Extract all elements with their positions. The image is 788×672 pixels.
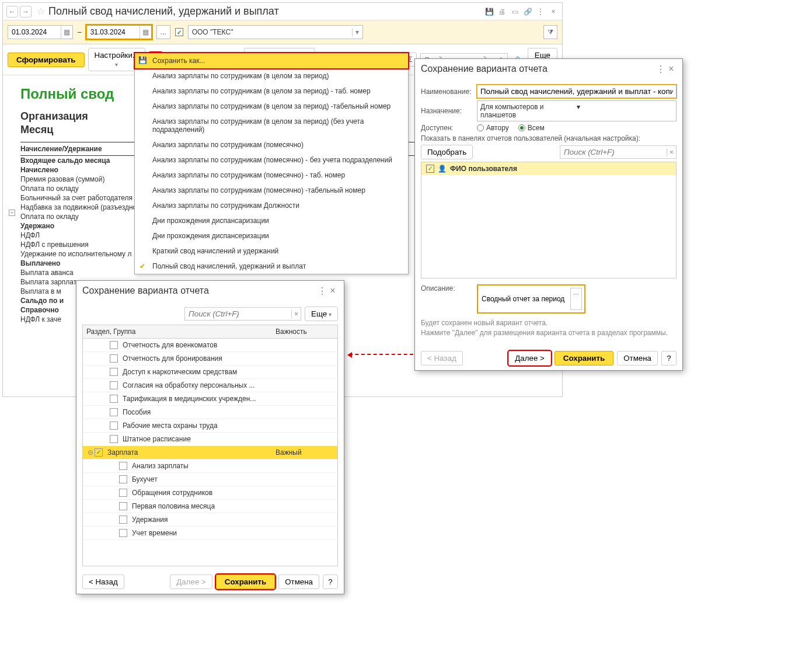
generate-button[interactable]: Сформировать — [8, 53, 85, 67]
save-variant-dialog: Сохранение варианта отчета ⋮ × Наименова… — [414, 58, 683, 371]
help-button[interactable]: ? — [661, 351, 677, 365]
section-row[interactable]: Отчетность для военкоматов — [83, 339, 337, 352]
next-button[interactable]: Далее > — [508, 351, 551, 365]
desc-more-button[interactable]: ... — [570, 288, 582, 310]
close-icon[interactable]: × — [548, 6, 559, 17]
kebab-icon[interactable]: ⋮ — [655, 64, 666, 74]
menu-item-label: Сохранить как... — [152, 57, 205, 65]
link-icon[interactable]: 🔗 — [522, 6, 533, 17]
back-button[interactable]: < Назад — [421, 351, 463, 365]
section-row[interactable]: Тарификация в медицинских учрежден... — [83, 392, 337, 399]
radio-all[interactable]: Всем — [518, 124, 545, 132]
annotation-arrow — [349, 354, 413, 355]
dest-select[interactable]: Для компьютеров и планшетов ▾ — [477, 100, 677, 121]
desc-input-wrapper: ... — [477, 284, 585, 314]
date-to-field[interactable] — [87, 27, 140, 37]
section-checkbox[interactable] — [110, 354, 118, 363]
user-icon: 👤 — [438, 165, 447, 173]
user-search-input[interactable]: × — [560, 145, 677, 159]
pick-button[interactable]: Подобрать — [421, 145, 473, 159]
menu-item-variant[interactable]: Анализ зарплаты по сотрудникам (в целом … — [135, 83, 408, 99]
section-checkbox[interactable] — [110, 341, 118, 349]
sections-table-header: Раздел, Группа Важность — [82, 325, 338, 339]
section-search-input[interactable]: × — [184, 307, 301, 321]
menu-item-variant[interactable]: Анализ зарплаты по сотрудникам (помесячн… — [135, 137, 408, 152]
menu-item-save-as[interactable]: 💾 Сохранить как... — [135, 53, 408, 68]
menu-item-variant[interactable]: ✔Полный свод начислений, удержаний и вып… — [135, 259, 408, 274]
menu-item-variant[interactable]: Анализ зарплаты по сотрудникам (в целом … — [135, 114, 408, 137]
menu-item-variant[interactable]: Анализ зарплаты по сотрудникам Должности — [135, 198, 408, 213]
avail-label: Доступен: — [421, 124, 473, 132]
org-select[interactable]: ООО "ТЕКС" ▾ — [188, 25, 363, 39]
radio-author[interactable]: Автору — [477, 124, 509, 132]
menu-item-variant[interactable]: Анализ зарплаты по сотрудникам (помесячн… — [135, 152, 408, 168]
cancel-button[interactable]: Отмена — [617, 351, 658, 365]
info-text: Будет сохранен новый вариант отчета. Наж… — [421, 318, 677, 338]
date-dash: – — [78, 28, 82, 36]
menu-item-variant[interactable]: Краткий свод начислений и удержаний — [135, 243, 408, 259]
user-name: ФИО пользователя — [450, 165, 517, 173]
menu-item-variant[interactable]: Дни прохождения диспансаризации — [135, 213, 408, 228]
user-checkbox[interactable] — [426, 165, 434, 173]
section-row[interactable]: Отчетность для бронирования — [83, 352, 337, 365]
chevron-down-icon: ▾ — [577, 103, 673, 119]
menu-item-variant[interactable]: Анализ зарплаты по сотрудникам (помесячн… — [135, 183, 408, 198]
sections-list[interactable]: Отчетность для военкоматовОтчетность для… — [82, 339, 338, 399]
col-importance: Важность — [276, 328, 334, 336]
date-to-input[interactable]: ▦ — [86, 25, 152, 39]
section-row[interactable]: Согласия на обработку персональных ... — [83, 379, 337, 392]
org-filter-checkbox[interactable] — [175, 28, 183, 36]
save-icon: 💾 — [138, 56, 148, 65]
menu-item-variant[interactable]: Анализ зарплаты по сотрудникам (в целом … — [135, 68, 408, 83]
more-button[interactable]: Еще — [305, 307, 338, 321]
kebab-icon[interactable]: ⋮ — [535, 6, 546, 17]
variants-dropdown-menu: 💾 Сохранить как... Анализ зарплаты по со… — [134, 53, 409, 274]
print-icon[interactable]: 🖨 — [497, 6, 507, 17]
menu-item-variant[interactable]: Анализ зарплаты по сотрудникам (помесячн… — [135, 168, 408, 183]
desc-input[interactable] — [480, 288, 570, 310]
user-list: 👤 ФИО пользователя — [421, 162, 677, 278]
save-variant-sections-dialog: Сохранение варианта отчета ⋮ × × Еще Раз… — [76, 280, 344, 399]
clear-icon[interactable]: × — [667, 148, 676, 156]
user-row[interactable]: 👤 ФИО пользователя — [421, 162, 676, 175]
calendar-icon[interactable]: ▦ — [140, 26, 151, 39]
date-from-field[interactable] — [8, 27, 61, 37]
nav-back-button[interactable]: ← — [6, 6, 18, 18]
col-section: Раздел, Группа — [86, 328, 276, 336]
clear-icon[interactable]: × — [291, 310, 301, 318]
date-from-input[interactable]: ▦ — [8, 25, 73, 39]
dest-value: Для компьютеров и планшетов — [480, 103, 577, 119]
section-row[interactable]: Доступ к наркотическим средствам — [83, 365, 337, 379]
close-icon[interactable]: × — [327, 285, 338, 296]
close-icon[interactable]: × — [666, 64, 677, 74]
tree-toggle[interactable]: − — [9, 210, 15, 216]
kebab-icon[interactable]: ⋮ — [317, 285, 327, 296]
favorite-icon[interactable]: ☆ — [37, 6, 45, 17]
window-title: Полный свод начислений, удержаний и выпл… — [48, 5, 484, 18]
filter-bar: ▦ – ▦ ... ООО "ТЕКС" ▾ ⧩ — [3, 20, 562, 44]
save-icon[interactable]: 💾 — [484, 6, 494, 17]
dialog-title: Сохранение варианта отчета — [421, 64, 655, 74]
document-icon[interactable]: ▭ — [510, 6, 520, 17]
dest-label: Назначение: — [421, 107, 473, 115]
period-picker-button[interactable]: ... — [156, 25, 170, 39]
menu-item-variant[interactable]: Дни прохождения диспансеризации — [135, 228, 408, 243]
menu-item-variant[interactable]: Анализ зарплаты по сотрудникам (в целом … — [135, 99, 408, 114]
chevron-down-icon[interactable]: ▾ — [352, 28, 362, 36]
save-button[interactable]: Сохранить — [555, 351, 613, 365]
name-input[interactable] — [477, 85, 677, 98]
titlebar: ← → ☆ Полный свод начислений, удержаний … — [3, 3, 562, 20]
dialog-title: Сохранение варианта отчета — [82, 285, 317, 296]
section-checkbox[interactable] — [110, 381, 118, 389]
desc-label: Описание: — [421, 284, 473, 293]
calendar-icon[interactable]: ▦ — [61, 26, 72, 39]
nav-forward-button[interactable]: → — [20, 6, 32, 18]
org-value: ООО "ТЕКС" — [189, 27, 352, 37]
panel-hint: Показать в панелях отчетов пользователей… — [421, 134, 677, 142]
section-checkbox[interactable] — [110, 395, 118, 399]
name-label: Наименование: — [421, 88, 473, 96]
section-checkbox[interactable] — [110, 368, 118, 376]
filter-funnel-button[interactable]: ⧩ — [543, 25, 557, 39]
